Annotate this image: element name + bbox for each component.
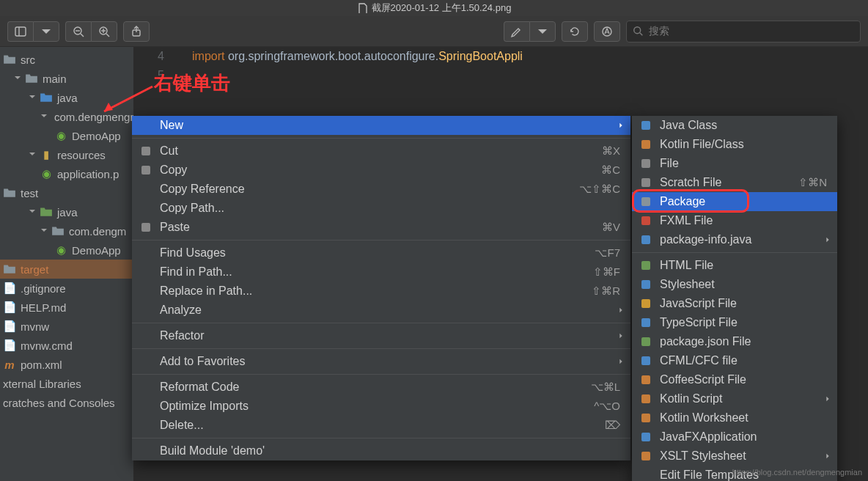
menu-item-copy-reference[interactable]: Copy Reference⌥⇧⌘C [132, 180, 630, 199]
menu-item-reformat-code[interactable]: Reformat Code⌥⌘L [132, 378, 630, 397]
menu-item-label: Copy [160, 164, 187, 177]
submenu-caret-icon [824, 449, 831, 463]
menu-item-label: JavaScript File [660, 297, 737, 310]
kotlin-icon [639, 411, 652, 425]
menu-item-cfml-cfc-file[interactable]: CFML/CFC file [632, 351, 837, 370]
menu-item-kotlin-file-class[interactable]: Kotlin File/Class [632, 135, 837, 154]
menu-item-kotlin-worksheet[interactable]: Kotlin Worksheet [632, 408, 837, 427]
share-button[interactable] [123, 21, 150, 42]
menu-item-label: Kotlin Script [660, 392, 722, 405]
rotate-button[interactable] [562, 21, 588, 42]
menu-item-label: FXML File [660, 214, 713, 227]
zoom-out-button[interactable] [65, 21, 91, 42]
menu-item-javafxapplication[interactable]: JavaFXApplication [632, 427, 837, 447]
menu-item-build-module-demo-[interactable]: Build Module 'demo' [132, 441, 630, 460]
menu-item-new[interactable]: New [132, 116, 630, 135]
shortcut-label: ⌥F7 [595, 246, 620, 260]
menu-item-package-json-file[interactable]: package.json File [632, 332, 837, 351]
menu-item-optimize-imports[interactable]: Optimize Imports^⌥O [132, 397, 630, 416]
markup-button[interactable] [594, 21, 620, 42]
menu-item-paste[interactable]: Paste⌘V [132, 218, 630, 237]
fxml-icon [639, 214, 652, 227]
menu-item-label: Replace in Path... [160, 284, 252, 298]
zoom-in-button[interactable] [91, 21, 117, 42]
tree-item-demoapp-test[interactable]: ◉DemoApp [0, 240, 133, 260]
tree-item-extlib[interactable]: xternal Libraries [0, 374, 133, 393]
edit-button[interactable] [504, 21, 529, 42]
svg-line-7 [81, 34, 84, 37]
shortcut-label: ⇧⌘R [592, 284, 620, 298]
tree-item-test[interactable]: test [0, 183, 133, 202]
menu-item-label: Kotlin Worksheet [660, 411, 749, 425]
clipboard-icon [139, 221, 152, 234]
menu-item-label: XSLT Stylesheet [660, 449, 746, 463]
submenu-caret-icon [617, 304, 625, 317]
file-icon [639, 157, 652, 170]
edit-dropdown-button[interactable] [529, 21, 556, 42]
menu-item-copy-path-[interactable]: Copy Path... [132, 199, 630, 218]
menu-item-label: Find Usages [160, 246, 226, 260]
menu-item-label: Package [660, 195, 705, 208]
search-box[interactable]: 搜索 [626, 21, 861, 43]
menu-item-label: Stylesheet [660, 278, 715, 291]
menu-item-package[interactable]: Package [632, 192, 837, 211]
tree-item-application[interactable]: ◉application.p [0, 164, 133, 183]
menu-item-label: package-info.java [660, 233, 751, 246]
menu-item-label: Optimize Imports [160, 400, 249, 413]
menu-item-find-usages[interactable]: Find Usages⌥F7 [132, 243, 630, 262]
tree-item-scratches[interactable]: cratches and Consoles [0, 393, 133, 412]
menu-item-package-info-java[interactable]: package-info.java [632, 230, 837, 249]
layout-dropdown-button[interactable] [33, 21, 59, 42]
tree-item-pom[interactable]: mpom.xml [0, 355, 133, 374]
shortcut-label: ⌥⌘L [591, 381, 620, 394]
menu-item-typescript-file[interactable]: TypeScript File [632, 313, 837, 332]
menu-item-label: Delete... [160, 419, 204, 432]
tree-item-resources[interactable]: ▮resources [0, 145, 133, 164]
menu-item-coffeescript-file[interactable]: CoffeeScript File [632, 370, 837, 389]
spring-icon: ◉ [40, 167, 53, 180]
js-icon [639, 297, 652, 310]
menu-item-stylesheet[interactable]: Stylesheet [632, 275, 837, 294]
menu-item-file[interactable]: File [632, 154, 837, 173]
menu-item-fxml-file[interactable]: FXML File [632, 211, 837, 230]
tree-item-help[interactable]: 📄HELP.md [0, 298, 133, 317]
tree-item-package-test[interactable]: com.dengm [0, 221, 133, 240]
sidebar-toggle-button[interactable] [7, 21, 33, 42]
submenu-caret-icon [824, 233, 831, 246]
shortcut-label: ⌘C [601, 164, 620, 177]
tree-item-mvnw[interactable]: 📄mvnw [0, 317, 133, 336]
menu-item-delete-[interactable]: Delete...⌦ [132, 416, 630, 435]
shortcut-label: ⇧⌘F [593, 265, 620, 279]
menu-item-add-to-favorites[interactable]: Add to Favorites [132, 352, 630, 371]
menu-item-kotlin-script[interactable]: Kotlin Script [632, 389, 837, 408]
menu-item-html-file[interactable]: HTML File [632, 256, 837, 275]
menu-item-refactor[interactable]: Refactor [132, 326, 630, 345]
ts-icon [639, 316, 652, 329]
shortcut-label: ⌥⇧⌘C [579, 183, 620, 196]
menu-item-label: Scratch File [660, 176, 721, 189]
css-icon [639, 278, 652, 291]
tree-item-mvnwcmd[interactable]: 📄mvnw.cmd [0, 336, 133, 355]
menu-item-scratch-file[interactable]: Scratch File⇧⌘N [632, 173, 837, 192]
menu-item-javascript-file[interactable]: JavaScript File [632, 294, 837, 313]
tree-item-target[interactable]: target [0, 260, 133, 279]
menu-item-label: Analyze [160, 304, 202, 317]
menu-item-find-in-path-[interactable]: Find in Path...⇧⌘F [132, 262, 630, 282]
java-icon [639, 119, 652, 132]
tree-item-src[interactable]: src [0, 50, 133, 69]
menu-item-copy[interactable]: Copy⌘C [132, 161, 630, 180]
menu-item-java-class[interactable]: Java Class [632, 116, 837, 135]
tree-item-gitignore[interactable]: 📄.gitignore [0, 279, 133, 298]
menu-item-cut[interactable]: Cut⌘X [132, 142, 630, 161]
package-icon [639, 195, 652, 208]
menu-item-replace-in-path-[interactable]: Replace in Path...⇧⌘R [132, 282, 630, 301]
context-menu: NewCut⌘XCopy⌘CCopy Reference⌥⇧⌘CCopy Pat… [132, 116, 630, 460]
menu-item-analyze[interactable]: Analyze [132, 301, 630, 320]
tree-item-java-test[interactable]: java [0, 202, 133, 221]
scratch-icon [639, 176, 652, 189]
menu-item-xslt-stylesheet[interactable]: XSLT Stylesheet [632, 447, 837, 466]
shortcut-label: ⇧⌘N [798, 176, 827, 189]
tree-item-demoapp[interactable]: ◉DemoApp [0, 126, 133, 145]
file-icon: 📄 [3, 320, 16, 333]
java-icon [639, 233, 652, 246]
